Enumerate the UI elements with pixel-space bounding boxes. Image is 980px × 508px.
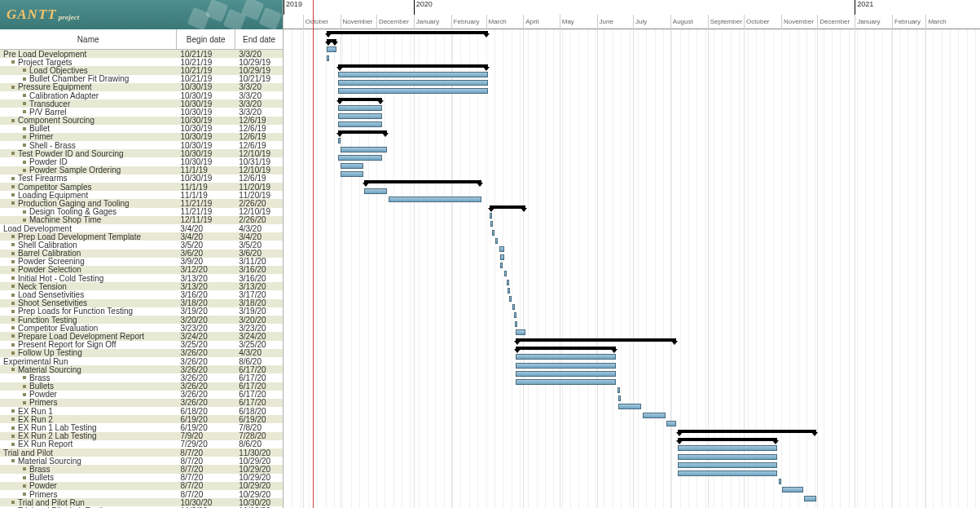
- column-header-end[interactable]: End date: [235, 29, 283, 49]
- task-row[interactable]: Initial Hot - Cold Testing3/13/203/16/20: [0, 274, 283, 282]
- task-row[interactable]: Bullet Chamber Fit Drawing10/21/1910/21/…: [0, 75, 283, 83]
- task-bar[interactable]: [516, 354, 616, 360]
- task-row[interactable]: Test Powder ID and Sourcing10/30/1912/10…: [0, 149, 283, 157]
- task-row[interactable]: Neck Tension3/13/203/13/20: [0, 282, 283, 290]
- task-bar[interactable]: [338, 138, 341, 144]
- task-row[interactable]: Production Gaging and Tooling11/21/192/2…: [0, 199, 283, 207]
- task-bar[interactable]: [643, 413, 666, 418]
- task-row[interactable]: Component Sourcing10/30/1912/6/19: [0, 117, 283, 125]
- task-bar[interactable]: [618, 395, 621, 401]
- task-row[interactable]: Prep Loads for Function Testing3/19/203/…: [0, 307, 283, 316]
- task-bar[interactable]: [516, 329, 525, 335]
- task-bar[interactable]: [515, 321, 517, 327]
- task-bar[interactable]: [617, 387, 620, 393]
- task-row[interactable]: Machine Shop Time12/11/192/26/20: [0, 216, 283, 224]
- summary-bar[interactable]: [516, 338, 676, 342]
- task-row[interactable]: Function Testing3/20/203/20/20: [0, 316, 283, 324]
- task-row[interactable]: Experimental Run3/26/208/6/20: [0, 357, 283, 365]
- task-bar[interactable]: [508, 288, 510, 294]
- task-row[interactable]: Powder8/7/2010/29/20: [0, 482, 283, 490]
- task-bar[interactable]: [678, 470, 778, 476]
- task-row[interactable]: EX Run 1 Lab Testing6/19/207/8/20: [0, 423, 283, 431]
- task-bar[interactable]: [504, 271, 507, 276]
- task-row[interactable]: Shell - Brass10/30/1912/6/19: [0, 141, 283, 149]
- task-row[interactable]: Pre Load Development10/21/193/3/20: [0, 50, 283, 58]
- task-bar[interactable]: [678, 454, 778, 460]
- task-row[interactable]: Design Tooling & Gages11/21/1912/10/19: [0, 208, 283, 216]
- task-bar[interactable]: [338, 105, 383, 111]
- summary-bar[interactable]: [338, 64, 489, 68]
- task-bar[interactable]: [678, 445, 778, 451]
- task-row[interactable]: Bullet10/30/1912/6/19: [0, 125, 283, 133]
- task-row[interactable]: Primer10/30/1912/6/19: [0, 133, 283, 141]
- task-bar[interactable]: [804, 496, 816, 501]
- task-row[interactable]: Material Sourcing8/7/2010/29/20: [0, 457, 283, 465]
- summary-bar[interactable]: [338, 98, 383, 101]
- task-bar[interactable]: [499, 246, 504, 252]
- task-bar[interactable]: [507, 280, 509, 285]
- summary-bar[interactable]: [678, 438, 778, 441]
- summary-bar[interactable]: [327, 31, 488, 34]
- task-bar[interactable]: [779, 479, 781, 484]
- task-bar[interactable]: [338, 113, 383, 119]
- task-row[interactable]: Competitor Evaluation3/23/203/23/20: [0, 324, 283, 332]
- task-row[interactable]: Pressure Equipment10/30/193/3/20: [0, 83, 283, 91]
- task-bar[interactable]: [516, 379, 616, 385]
- task-bar[interactable]: [618, 404, 641, 409]
- summary-bar[interactable]: [490, 205, 525, 209]
- task-bar[interactable]: [490, 213, 492, 219]
- task-bar[interactable]: [509, 296, 512, 302]
- summary-bar[interactable]: [678, 430, 816, 433]
- task-row[interactable]: Transducer10/30/193/3/20: [0, 99, 283, 108]
- task-row[interactable]: Calibration Adapter10/30/193/3/20: [0, 91, 283, 99]
- task-row[interactable]: Brass3/26/206/17/20: [0, 373, 283, 382]
- task-row[interactable]: Present Report for Sign Off3/25/203/25/2…: [0, 341, 283, 349]
- task-bar[interactable]: [514, 312, 516, 318]
- task-bar[interactable]: [364, 188, 387, 194]
- task-bar[interactable]: [341, 147, 388, 152]
- task-row[interactable]: Bullets8/7/2010/29/20: [0, 474, 283, 482]
- column-header-name[interactable]: Name: [0, 29, 177, 49]
- summary-bar[interactable]: [338, 130, 388, 134]
- summary-bar[interactable]: [327, 39, 336, 42]
- task-bar[interactable]: [338, 155, 383, 161]
- summary-bar[interactable]: [364, 180, 481, 183]
- task-row[interactable]: Prepare Load Development Report3/24/203/…: [0, 332, 283, 340]
- task-row[interactable]: Loading Equipment11/1/1911/20/19: [0, 191, 283, 199]
- task-row[interactable]: Shell Calibration3/5/203/5/20: [0, 241, 283, 249]
- task-row[interactable]: Follow Up Testing3/26/204/3/20: [0, 349, 283, 357]
- task-row[interactable]: EX Run 26/19/206/19/20: [0, 415, 283, 423]
- task-row[interactable]: Powder Selection3/12/203/16/20: [0, 266, 283, 274]
- task-bar[interactable]: [338, 88, 489, 94]
- task-row[interactable]: Powder ID10/30/1910/31/19: [0, 157, 283, 166]
- task-bar[interactable]: [666, 421, 676, 426]
- task-bar[interactable]: [492, 230, 494, 236]
- task-bar[interactable]: [500, 263, 503, 268]
- task-row[interactable]: Barrel Calibration3/6/203/6/20: [0, 250, 283, 258]
- task-bar[interactable]: [338, 80, 489, 86]
- task-bar[interactable]: [500, 254, 503, 260]
- summary-bar[interactable]: [516, 347, 616, 350]
- task-row[interactable]: Powder Screening3/9/203/11/20: [0, 258, 283, 266]
- task-row[interactable]: Bullets3/26/206/17/20: [0, 382, 283, 391]
- task-bar[interactable]: [782, 487, 802, 493]
- task-bar[interactable]: [495, 238, 498, 244]
- task-bar[interactable]: [338, 121, 383, 127]
- task-row[interactable]: Brass8/7/2010/29/20: [0, 465, 283, 473]
- task-row[interactable]: EX Run 16/18/206/18/20: [0, 407, 283, 415]
- task-row[interactable]: Trial and Pilot Run10/30/2010/30/20: [0, 498, 283, 506]
- task-row[interactable]: Trial and Pilot8/7/2011/30/20: [0, 448, 283, 457]
- task-row[interactable]: EX Run Report7/29/208/6/20: [0, 440, 283, 448]
- column-header-begin[interactable]: Begin date: [177, 29, 235, 49]
- task-bar[interactable]: [341, 163, 363, 169]
- task-bar[interactable]: [341, 171, 363, 177]
- task-bar[interactable]: [512, 304, 515, 310]
- task-bar[interactable]: [338, 72, 489, 77]
- task-row[interactable]: Prep Load Development Template3/4/203/4/…: [0, 232, 283, 241]
- task-row[interactable]: Competitor Samples11/1/1911/20/19: [0, 183, 283, 191]
- task-row[interactable]: Load Development3/4/204/3/20: [0, 224, 283, 232]
- task-row[interactable]: Project Targets10/21/1910/29/19: [0, 58, 283, 66]
- task-bar[interactable]: [490, 221, 493, 227]
- task-row[interactable]: Primers8/7/2010/29/20: [0, 490, 283, 498]
- task-bar[interactable]: [389, 197, 481, 202]
